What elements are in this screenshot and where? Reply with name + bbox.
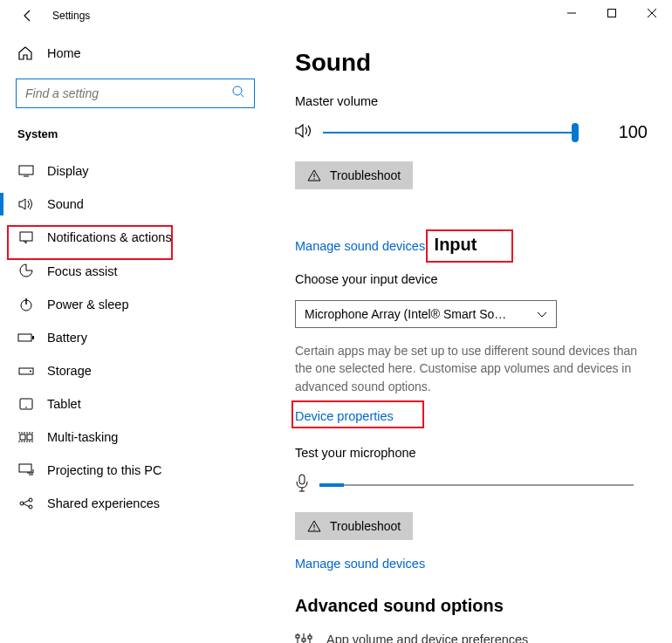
sidebar-item-tablet[interactable]: Tablet (0, 387, 271, 421)
chevron-down-icon (537, 307, 547, 321)
window-title: Settings (52, 10, 90, 22)
sidebar-item-projecting[interactable]: Projecting to this PC (0, 454, 271, 487)
svg-rect-8 (20, 232, 32, 241)
svg-rect-6 (19, 166, 33, 174)
focus-icon (17, 263, 35, 278)
maximize-button[interactable] (592, 0, 632, 26)
sidebar-item-display[interactable]: Display (0, 154, 271, 188)
volume-slider-thumb[interactable] (572, 123, 579, 142)
page-title: Sound (295, 49, 648, 77)
device-properties-link[interactable]: Device properties (295, 406, 394, 427)
troubleshoot-input-button[interactable]: Troubleshoot (295, 512, 413, 540)
microphone-icon (295, 474, 309, 496)
svg-point-16 (25, 407, 27, 408)
display-icon (17, 165, 35, 177)
master-volume-label: Master volume (295, 94, 648, 108)
input-device-select[interactable]: Microphone Array (Intel® Smart So… (295, 300, 557, 328)
svg-rect-27 (299, 475, 305, 484)
home-icon (17, 45, 35, 61)
svg-rect-12 (32, 336, 34, 339)
sidebar-item-shared[interactable]: Shared experiences (0, 487, 271, 520)
sidebar: Home System Display Sound Notifications … (0, 31, 271, 643)
sidebar-item-battery[interactable]: Battery (0, 321, 271, 354)
sidebar-item-label: Tablet (47, 397, 81, 411)
warning-icon (307, 520, 321, 532)
sidebar-item-multitasking[interactable]: Multi-tasking (0, 421, 271, 454)
warning-icon (307, 169, 321, 181)
sidebar-item-label: Battery (47, 331, 87, 345)
sound-icon (17, 197, 35, 211)
sidebar-item-label: Power & sleep (47, 298, 129, 311)
projecting-icon (17, 463, 35, 477)
svg-point-26 (313, 178, 314, 179)
search-input-container[interactable] (16, 79, 255, 108)
battery-icon (17, 332, 35, 343)
volume-icon (295, 123, 314, 142)
sidebar-item-label: Notifications & actions (47, 230, 172, 244)
main-content: Sound Master volume 100 Troubleshoot Man… (271, 31, 672, 643)
input-heading: Input (429, 233, 483, 257)
svg-rect-31 (296, 635, 299, 638)
sidebar-item-label: Storage (47, 364, 92, 378)
choose-input-label: Choose your input device (295, 272, 648, 286)
sidebar-item-label: Shared experiences (47, 496, 160, 510)
sidebar-item-sound[interactable]: Sound (0, 188, 271, 221)
test-mic-label: Test your microphone (295, 446, 648, 460)
input-device-value: Microphone Array (Intel® Smart So… (305, 307, 506, 321)
troubleshoot-label: Troubleshoot (330, 519, 401, 533)
svg-rect-11 (18, 334, 31, 341)
manage-output-devices-link[interactable]: Manage sound devices (295, 239, 425, 253)
svg-rect-19 (20, 434, 25, 440)
sidebar-item-label: Focus assist (47, 264, 118, 278)
svg-rect-1 (608, 10, 616, 17)
shared-icon (17, 497, 35, 510)
sidebar-item-power[interactable]: Power & sleep (0, 288, 271, 321)
back-button[interactable] (16, 3, 40, 28)
sidebar-item-focus[interactable]: Focus assist (0, 254, 271, 288)
sidebar-item-label: Projecting to this PC (47, 463, 161, 477)
tablet-icon (17, 398, 35, 410)
volume-slider[interactable] (323, 132, 575, 133)
manage-input-devices-link[interactable]: Manage sound devices (295, 557, 425, 571)
troubleshoot-label: Troubleshoot (330, 168, 401, 182)
app-volume-label: App volume and device preferences (326, 633, 528, 643)
sliders-icon (295, 632, 312, 643)
multitasking-icon (17, 431, 35, 443)
mic-level-fill (319, 483, 344, 487)
volume-value: 100 (619, 122, 648, 142)
app-volume-item[interactable]: App volume and device preferences (295, 632, 648, 643)
home-nav[interactable]: Home (0, 38, 271, 68)
svg-point-4 (233, 86, 242, 95)
storage-icon (17, 366, 35, 376)
sidebar-item-label: Multi-tasking (47, 430, 118, 444)
sidebar-item-notifications[interactable]: Notifications & actions (0, 221, 271, 254)
svg-point-29 (313, 529, 314, 530)
close-button[interactable] (632, 0, 672, 26)
svg-point-14 (30, 371, 31, 373)
notifications-icon (17, 230, 35, 244)
svg-rect-33 (302, 639, 305, 641)
home-label: Home (47, 46, 81, 60)
input-helper-text: Certain apps may be set up to use differ… (295, 342, 648, 395)
advanced-heading: Advanced sound options (295, 596, 648, 616)
minimize-button[interactable] (552, 0, 592, 26)
sidebar-item-label: Sound (47, 197, 84, 211)
svg-rect-20 (27, 434, 32, 440)
svg-rect-21 (19, 464, 31, 472)
search-icon (231, 85, 245, 102)
svg-line-5 (241, 94, 243, 97)
svg-rect-35 (308, 636, 312, 639)
mic-level-meter (319, 484, 634, 486)
sidebar-item-label: Display (47, 164, 89, 178)
power-icon (17, 298, 35, 311)
search-input[interactable] (25, 86, 231, 100)
troubleshoot-output-button[interactable]: Troubleshoot (295, 161, 413, 189)
sidebar-item-storage[interactable]: Storage (0, 354, 271, 387)
section-header: System (0, 127, 271, 154)
